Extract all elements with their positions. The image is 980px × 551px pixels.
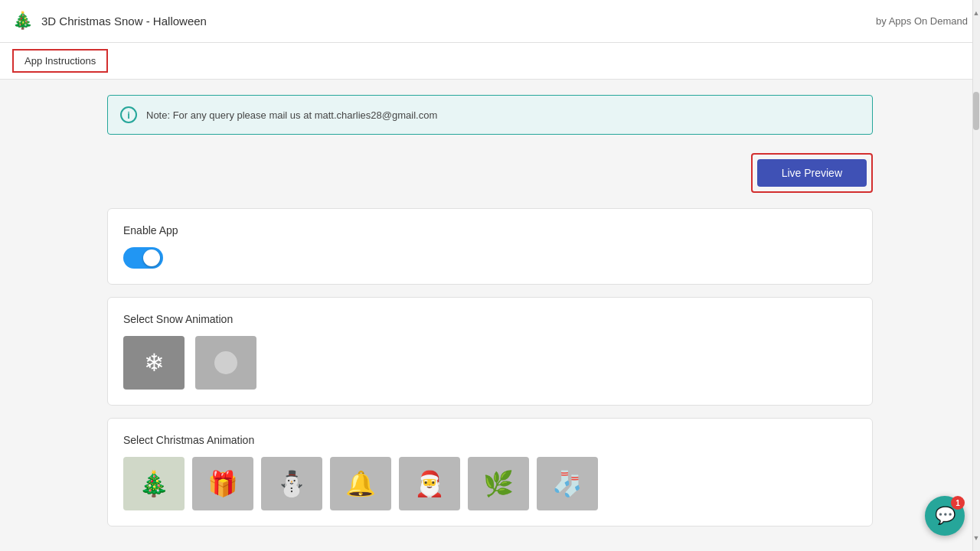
xmas-option-santa[interactable]: 🎅 xyxy=(399,457,460,510)
enable-app-label: Enable App xyxy=(123,224,857,236)
app-icon: 🎄 xyxy=(12,11,34,32)
christmas-animation-title: Select Christmas Animation xyxy=(123,434,857,446)
live-preview-highlight: Live Preview xyxy=(751,153,873,193)
enable-app-toggle[interactable] xyxy=(123,247,163,269)
snowflake-icon: ❄ xyxy=(144,348,165,377)
xmas-option-bauble[interactable]: 🎁 xyxy=(192,457,253,510)
app-title: 3D Christmas Snow - Halloween xyxy=(41,15,207,28)
christmas-animation-card: Select Christmas Animation 🎄 🎁 ⛄ 🔔 🎅 🌿 🧦 xyxy=(107,418,873,527)
app-instructions-button[interactable]: App Instructions xyxy=(12,49,108,73)
christmas-animation-options: 🎄 🎁 ⛄ 🔔 🎅 🌿 🧦 xyxy=(123,457,857,510)
live-preview-button[interactable]: Live Preview xyxy=(757,159,867,187)
live-preview-area: Live Preview xyxy=(107,153,873,193)
header-left: 🎄 3D Christmas Snow - Halloween xyxy=(12,11,207,32)
snow-option-snowflake[interactable]: ❄ xyxy=(123,336,185,390)
note-text: Note: For any query please mail us at ma… xyxy=(146,109,437,121)
chat-bubble[interactable]: 💬 1 xyxy=(925,496,965,536)
header: 🎄 3D Christmas Snow - Halloween by Apps … xyxy=(0,0,980,43)
snow-animation-options: ❄ xyxy=(123,336,857,390)
xmas-option-wreath[interactable]: 🌿 xyxy=(468,457,529,510)
chat-icon: 💬 xyxy=(935,506,956,526)
note-banner: i Note: For any query please mail us at … xyxy=(107,95,873,135)
xmas-option-stocking[interactable]: 🧦 xyxy=(537,457,598,510)
header-by: by Apps On Demand xyxy=(876,15,968,27)
snow-animation-title: Select Snow Animation xyxy=(123,313,857,325)
xmas-option-tree[interactable]: 🎄 xyxy=(123,457,185,510)
instructions-bar: App Instructions xyxy=(0,43,980,80)
main-content: i Note: For any query please mail us at … xyxy=(0,80,980,551)
toggle-slider xyxy=(123,247,163,269)
toggle-container xyxy=(123,247,857,269)
xmas-option-snowman[interactable]: ⛄ xyxy=(261,457,322,510)
scrollbar-track[interactable]: ▲ ▼ xyxy=(972,0,980,551)
xmas-option-bells[interactable]: 🔔 xyxy=(330,457,391,510)
enable-app-card: Enable App xyxy=(107,208,873,285)
snow-option-blur[interactable] xyxy=(195,336,256,390)
scroll-arrow-down[interactable]: ▼ xyxy=(972,534,980,542)
blur-icon xyxy=(214,351,237,374)
info-icon: i xyxy=(120,106,137,123)
snow-animation-card: Select Snow Animation ❄ xyxy=(107,297,873,406)
chat-badge: 1 xyxy=(951,496,965,510)
scrollbar-thumb[interactable] xyxy=(973,92,979,130)
scroll-arrow-up[interactable]: ▲ xyxy=(972,9,980,17)
